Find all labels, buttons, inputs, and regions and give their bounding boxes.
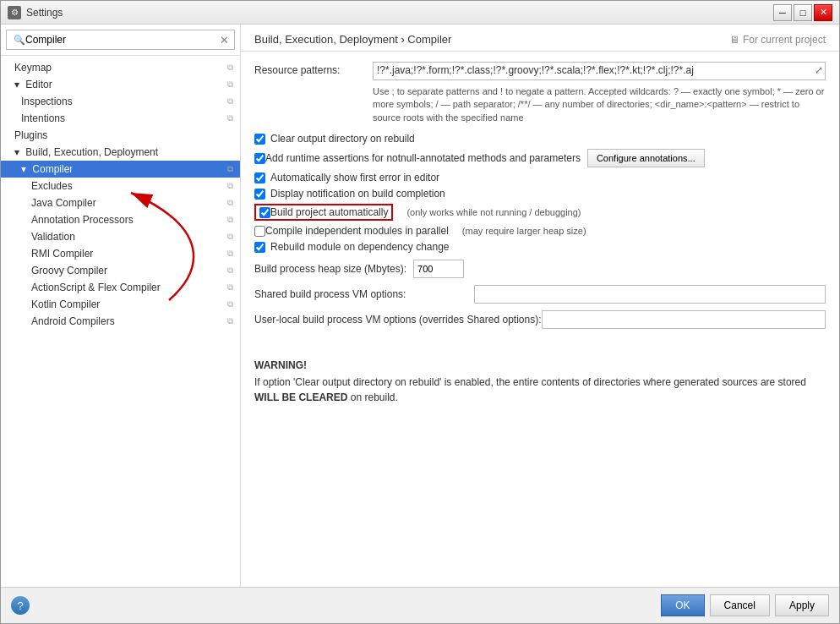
groovy-compiler-label: Groovy Compiler (31, 265, 107, 276)
notification-build-row: Display notification on build completion (254, 188, 826, 200)
keymap-label: Keymap (14, 62, 52, 74)
show-first-error-label: Automatically show first error in editor (270, 172, 439, 183)
build-collapse-icon: ▾ (14, 146, 19, 158)
checkbox-clear-output-row: Clear output directory on rebuild (254, 133, 826, 145)
title-bar-left: ⚙ Settings (8, 6, 63, 19)
compiler-collapse-icon: ▾ (21, 163, 26, 175)
compile-parallel-checkbox[interactable] (254, 226, 265, 237)
editor-label: Editor (25, 79, 52, 90)
sidebar-item-annotation-processors[interactable]: Annotation Processors ⧉ (1, 211, 240, 228)
ok-button[interactable]: OK (661, 594, 704, 616)
bottom-bar: ? OK Cancel Apply (1, 587, 839, 623)
sidebar-item-editor[interactable]: ▾ Editor ⧉ (1, 76, 240, 93)
copy-icon-excludes: ⧉ (227, 181, 233, 191)
settings-content: Resource patterns: !?*.java;!?*.form;!?*… (241, 52, 839, 587)
show-first-error-checkbox[interactable] (254, 172, 265, 183)
settings-window-icon: ⚙ (8, 6, 21, 19)
sidebar-item-groovy-compiler[interactable]: Groovy Compiler ⧉ (1, 262, 240, 279)
copy-icon-java-compiler: ⧉ (227, 198, 233, 208)
build-execution-label: Build, Execution, Deployment (25, 146, 158, 158)
for-current-label: 🖥 For current project (729, 34, 826, 46)
build-automatically-row: Build project automatically (only works … (254, 204, 826, 221)
sidebar-item-build-execution[interactable]: ▾ Build, Execution, Deployment (1, 144, 240, 161)
heap-size-row: Build process heap size (Mbytes): (254, 260, 826, 278)
sidebar-item-actionscript-compiler[interactable]: ActionScript & Flex Compiler ⧉ (1, 279, 240, 296)
monitor-icon: 🖥 (729, 34, 739, 46)
user-vm-input[interactable] (542, 310, 826, 329)
sidebar-item-inspections[interactable]: Inspections ⧉ (1, 93, 240, 110)
sidebar-item-excludes[interactable]: Excludes ⧉ (1, 178, 240, 194)
bottom-action-buttons: OK Cancel Apply (661, 594, 829, 616)
tree-panel: Keymap ⧉ ▾ Editor ⧉ Inspections ⧉ (1, 56, 240, 587)
show-first-error-row: Automatically show first error in editor (254, 172, 826, 183)
title-bar: ⚙ Settings ─ □ ✕ (1, 1, 839, 25)
breadcrumb: Build, Execution, Deployment › Compiler (254, 33, 451, 46)
shared-vm-input[interactable] (474, 285, 826, 304)
actionscript-compiler-label: ActionScript & Flex Compiler (31, 282, 161, 293)
title-bar-buttons: ─ □ ✕ (773, 4, 832, 21)
runtime-assertions-label: Add runtime assertions for notnull-annot… (265, 152, 581, 164)
inspections-label: Inspections (21, 96, 73, 107)
user-vm-label: User-local build process VM options (ove… (254, 314, 542, 326)
rebuild-dependency-row: Rebuild module on dependency change (254, 241, 826, 253)
runtime-assertions-row: Add runtime assertions for notnull-annot… (254, 149, 826, 167)
build-automatically-highlight-box: Build project automatically (254, 204, 393, 221)
plugins-label: Plugins (14, 129, 47, 141)
search-icon: 🔍 (14, 35, 25, 46)
resource-input-wrapper: !?*.java;!?*.form;!?*.class;!?*.groovy;!… (373, 62, 826, 80)
validation-label: Validation (31, 231, 75, 243)
sidebar-item-plugins[interactable]: Plugins (1, 127, 240, 144)
warning-box: WARNING! If option 'Clear output directo… (254, 353, 826, 412)
notification-build-checkbox[interactable] (254, 189, 265, 200)
runtime-assertions-checkbox[interactable] (254, 153, 265, 164)
compile-parallel-row: Compile independent modules in parallel … (254, 225, 826, 237)
sidebar-item-compiler[interactable]: ▾ Compiler ⧉ (1, 161, 240, 178)
build-automatically-checkbox[interactable] (259, 207, 270, 218)
sidebar-item-rmi-compiler[interactable]: RMI Compiler ⧉ (1, 245, 240, 262)
rebuild-dependency-label: Rebuild module on dependency change (270, 241, 450, 253)
sidebar: 🔍 ✕ Keymap ⧉ ▾ Editor ⧉ (1, 25, 241, 587)
rebuild-dependency-checkbox[interactable] (254, 242, 265, 253)
copy-icon-groovy-compiler: ⧉ (227, 265, 233, 276)
configure-annotations-button[interactable]: Configure annotations... (587, 149, 705, 167)
compile-parallel-note: (may require larger heap size) (462, 226, 586, 236)
excludes-label: Excludes (31, 180, 73, 192)
warning-title: WARNING! (254, 359, 826, 371)
clear-output-checkbox[interactable] (254, 134, 265, 145)
expand-icon[interactable]: ⤢ (815, 64, 823, 76)
sidebar-item-intentions[interactable]: Intentions ⧉ (1, 110, 240, 127)
copy-icon-kotlin-compiler: ⧉ (227, 299, 233, 309)
copy-icon-android-compilers: ⧉ (227, 316, 233, 326)
close-button[interactable]: ✕ (814, 4, 832, 21)
editor-collapse-icon: ▾ (14, 79, 19, 90)
cancel-button[interactable]: Cancel (710, 594, 770, 616)
search-input-wrap[interactable]: 🔍 ✕ (6, 30, 235, 50)
help-button[interactable]: ? (11, 596, 30, 615)
heap-size-input[interactable] (413, 260, 464, 278)
search-clear-icon[interactable]: ✕ (220, 34, 229, 47)
sidebar-item-validation[interactable]: Validation ⧉ (1, 228, 240, 245)
sidebar-item-kotlin-compiler[interactable]: Kotlin Compiler ⧉ (1, 296, 240, 313)
panel-header: Build, Execution, Deployment › Compiler … (241, 25, 839, 52)
sidebar-item-keymap[interactable]: Keymap ⧉ (1, 59, 240, 76)
build-automatically-label: Build project automatically (270, 206, 388, 218)
warning-text: If option 'Clear output directory on reb… (254, 375, 826, 405)
warning-section: WARNING! If option 'Clear output directo… (254, 336, 826, 412)
minimize-button[interactable]: ─ (773, 4, 792, 21)
apply-button[interactable]: Apply (775, 594, 829, 616)
sidebar-item-java-compiler[interactable]: Java Compiler ⧉ (1, 194, 240, 211)
compile-parallel-label: Compile independent modules in parallel (265, 225, 449, 237)
window-title: Settings (26, 7, 63, 19)
search-input[interactable] (25, 34, 202, 46)
warning-text-content: If option 'Clear output directory on reb… (254, 376, 806, 403)
maximize-button[interactable]: □ (794, 4, 812, 21)
main-panel: Build, Execution, Deployment › Compiler … (241, 25, 839, 587)
copy-icon-rmi-compiler: ⧉ (227, 249, 233, 259)
notification-build-label: Display notification on build completion (270, 188, 445, 200)
hint-text: Use ; to separate patterns and ! to nega… (373, 85, 826, 124)
build-automatically-note: (only works while not running / debuggin… (406, 207, 581, 217)
copy-icon-inspections: ⧉ (227, 96, 233, 107)
sidebar-item-android-compilers[interactable]: Android Compilers ⧉ (1, 313, 240, 330)
resource-patterns-input[interactable]: !?*.java;!?*.form;!?*.class;!?*.groovy;!… (373, 62, 826, 80)
java-compiler-label: Java Compiler (31, 197, 96, 209)
